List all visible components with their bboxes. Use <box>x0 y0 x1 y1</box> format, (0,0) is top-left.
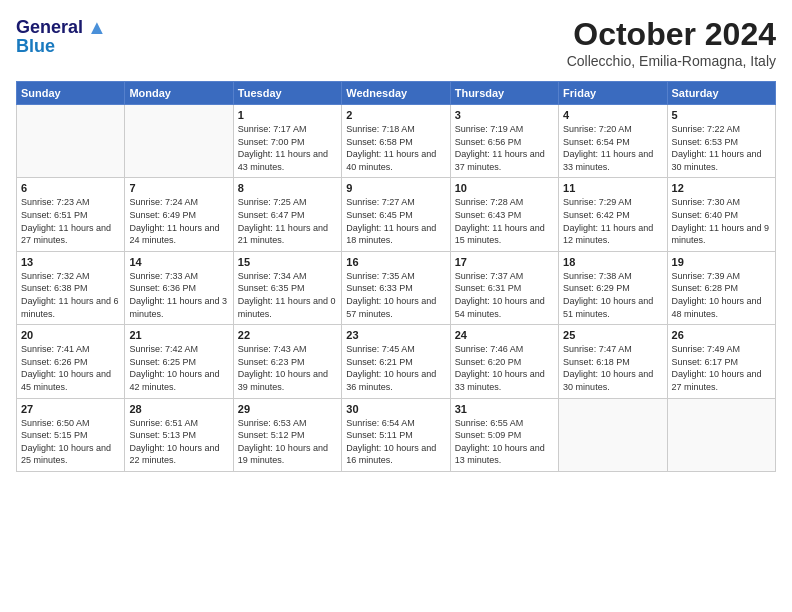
day-number: 11 <box>563 182 662 194</box>
logo: General ▲ Blue <box>16 16 107 57</box>
calendar-cell <box>559 398 667 471</box>
day-info: Sunrise: 6:54 AM Sunset: 5:11 PM Dayligh… <box>346 417 445 467</box>
calendar-cell: 25Sunrise: 7:47 AM Sunset: 6:18 PM Dayli… <box>559 325 667 398</box>
calendar-week-row: 6Sunrise: 7:23 AM Sunset: 6:51 PM Daylig… <box>17 178 776 251</box>
calendar-cell <box>125 105 233 178</box>
day-number: 29 <box>238 403 337 415</box>
day-info: Sunrise: 6:55 AM Sunset: 5:09 PM Dayligh… <box>455 417 554 467</box>
day-info: Sunrise: 7:19 AM Sunset: 6:56 PM Dayligh… <box>455 123 554 173</box>
calendar-cell: 15Sunrise: 7:34 AM Sunset: 6:35 PM Dayli… <box>233 251 341 324</box>
day-number: 3 <box>455 109 554 121</box>
day-number: 13 <box>21 256 120 268</box>
logo-general: General <box>16 18 83 38</box>
calendar-table: SundayMondayTuesdayWednesdayThursdayFrid… <box>16 81 776 472</box>
calendar-cell: 9Sunrise: 7:27 AM Sunset: 6:45 PM Daylig… <box>342 178 450 251</box>
day-info: Sunrise: 7:30 AM Sunset: 6:40 PM Dayligh… <box>672 196 771 246</box>
calendar-cell: 30Sunrise: 6:54 AM Sunset: 5:11 PM Dayli… <box>342 398 450 471</box>
day-number: 7 <box>129 182 228 194</box>
calendar-week-row: 27Sunrise: 6:50 AM Sunset: 5:15 PM Dayli… <box>17 398 776 471</box>
weekday-header-saturday: Saturday <box>667 82 775 105</box>
day-info: Sunrise: 7:46 AM Sunset: 6:20 PM Dayligh… <box>455 343 554 393</box>
weekday-header-thursday: Thursday <box>450 82 558 105</box>
page-header: General ▲ Blue October 2024 Collecchio, … <box>16 16 776 69</box>
day-number: 9 <box>346 182 445 194</box>
calendar-header-row: SundayMondayTuesdayWednesdayThursdayFrid… <box>17 82 776 105</box>
day-number: 2 <box>346 109 445 121</box>
day-number: 14 <box>129 256 228 268</box>
day-info: Sunrise: 7:32 AM Sunset: 6:38 PM Dayligh… <box>21 270 120 320</box>
day-number: 28 <box>129 403 228 415</box>
calendar-cell: 2Sunrise: 7:18 AM Sunset: 6:58 PM Daylig… <box>342 105 450 178</box>
calendar-cell: 17Sunrise: 7:37 AM Sunset: 6:31 PM Dayli… <box>450 251 558 324</box>
calendar-cell: 18Sunrise: 7:38 AM Sunset: 6:29 PM Dayli… <box>559 251 667 324</box>
day-number: 26 <box>672 329 771 341</box>
day-info: Sunrise: 7:18 AM Sunset: 6:58 PM Dayligh… <box>346 123 445 173</box>
day-number: 1 <box>238 109 337 121</box>
calendar-cell: 6Sunrise: 7:23 AM Sunset: 6:51 PM Daylig… <box>17 178 125 251</box>
calendar-cell: 22Sunrise: 7:43 AM Sunset: 6:23 PM Dayli… <box>233 325 341 398</box>
calendar-cell: 7Sunrise: 7:24 AM Sunset: 6:49 PM Daylig… <box>125 178 233 251</box>
day-number: 21 <box>129 329 228 341</box>
calendar-cell: 29Sunrise: 6:53 AM Sunset: 5:12 PM Dayli… <box>233 398 341 471</box>
calendar-cell: 28Sunrise: 6:51 AM Sunset: 5:13 PM Dayli… <box>125 398 233 471</box>
day-info: Sunrise: 7:43 AM Sunset: 6:23 PM Dayligh… <box>238 343 337 393</box>
day-info: Sunrise: 7:33 AM Sunset: 6:36 PM Dayligh… <box>129 270 228 320</box>
day-info: Sunrise: 7:39 AM Sunset: 6:28 PM Dayligh… <box>672 270 771 320</box>
day-number: 20 <box>21 329 120 341</box>
calendar-cell: 8Sunrise: 7:25 AM Sunset: 6:47 PM Daylig… <box>233 178 341 251</box>
day-number: 22 <box>238 329 337 341</box>
calendar-week-row: 20Sunrise: 7:41 AM Sunset: 6:26 PM Dayli… <box>17 325 776 398</box>
logo-blue: Blue <box>16 37 55 57</box>
weekday-header-tuesday: Tuesday <box>233 82 341 105</box>
calendar-cell <box>17 105 125 178</box>
weekday-header-monday: Monday <box>125 82 233 105</box>
month-title: October 2024 <box>567 16 776 53</box>
day-info: Sunrise: 7:37 AM Sunset: 6:31 PM Dayligh… <box>455 270 554 320</box>
calendar-cell: 31Sunrise: 6:55 AM Sunset: 5:09 PM Dayli… <box>450 398 558 471</box>
calendar-cell: 23Sunrise: 7:45 AM Sunset: 6:21 PM Dayli… <box>342 325 450 398</box>
calendar-cell: 24Sunrise: 7:46 AM Sunset: 6:20 PM Dayli… <box>450 325 558 398</box>
day-info: Sunrise: 7:27 AM Sunset: 6:45 PM Dayligh… <box>346 196 445 246</box>
calendar-cell: 5Sunrise: 7:22 AM Sunset: 6:53 PM Daylig… <box>667 105 775 178</box>
calendar-cell: 20Sunrise: 7:41 AM Sunset: 6:26 PM Dayli… <box>17 325 125 398</box>
weekday-header-wednesday: Wednesday <box>342 82 450 105</box>
calendar-cell: 10Sunrise: 7:28 AM Sunset: 6:43 PM Dayli… <box>450 178 558 251</box>
day-number: 16 <box>346 256 445 268</box>
day-number: 15 <box>238 256 337 268</box>
day-info: Sunrise: 7:17 AM Sunset: 7:00 PM Dayligh… <box>238 123 337 173</box>
day-info: Sunrise: 7:35 AM Sunset: 6:33 PM Dayligh… <box>346 270 445 320</box>
calendar-cell: 1Sunrise: 7:17 AM Sunset: 7:00 PM Daylig… <box>233 105 341 178</box>
day-info: Sunrise: 7:22 AM Sunset: 6:53 PM Dayligh… <box>672 123 771 173</box>
day-info: Sunrise: 7:29 AM Sunset: 6:42 PM Dayligh… <box>563 196 662 246</box>
day-info: Sunrise: 7:24 AM Sunset: 6:49 PM Dayligh… <box>129 196 228 246</box>
day-info: Sunrise: 6:50 AM Sunset: 5:15 PM Dayligh… <box>21 417 120 467</box>
day-number: 25 <box>563 329 662 341</box>
day-info: Sunrise: 7:34 AM Sunset: 6:35 PM Dayligh… <box>238 270 337 320</box>
day-info: Sunrise: 7:45 AM Sunset: 6:21 PM Dayligh… <box>346 343 445 393</box>
day-info: Sunrise: 7:28 AM Sunset: 6:43 PM Dayligh… <box>455 196 554 246</box>
calendar-cell: 19Sunrise: 7:39 AM Sunset: 6:28 PM Dayli… <box>667 251 775 324</box>
day-info: Sunrise: 7:38 AM Sunset: 6:29 PM Dayligh… <box>563 270 662 320</box>
calendar-cell: 27Sunrise: 6:50 AM Sunset: 5:15 PM Dayli… <box>17 398 125 471</box>
day-info: Sunrise: 6:53 AM Sunset: 5:12 PM Dayligh… <box>238 417 337 467</box>
calendar-cell: 4Sunrise: 7:20 AM Sunset: 6:54 PM Daylig… <box>559 105 667 178</box>
title-section: October 2024 Collecchio, Emilia-Romagna,… <box>567 16 776 69</box>
calendar-cell: 12Sunrise: 7:30 AM Sunset: 6:40 PM Dayli… <box>667 178 775 251</box>
day-info: Sunrise: 6:51 AM Sunset: 5:13 PM Dayligh… <box>129 417 228 467</box>
day-number: 19 <box>672 256 771 268</box>
calendar-cell: 13Sunrise: 7:32 AM Sunset: 6:38 PM Dayli… <box>17 251 125 324</box>
calendar-cell: 21Sunrise: 7:42 AM Sunset: 6:25 PM Dayli… <box>125 325 233 398</box>
calendar-cell: 11Sunrise: 7:29 AM Sunset: 6:42 PM Dayli… <box>559 178 667 251</box>
day-number: 12 <box>672 182 771 194</box>
weekday-header-friday: Friday <box>559 82 667 105</box>
day-info: Sunrise: 7:20 AM Sunset: 6:54 PM Dayligh… <box>563 123 662 173</box>
day-number: 17 <box>455 256 554 268</box>
day-number: 24 <box>455 329 554 341</box>
day-number: 31 <box>455 403 554 415</box>
location-title: Collecchio, Emilia-Romagna, Italy <box>567 53 776 69</box>
logo-bird-icon: ▲ <box>87 16 107 39</box>
day-number: 4 <box>563 109 662 121</box>
calendar-cell: 14Sunrise: 7:33 AM Sunset: 6:36 PM Dayli… <box>125 251 233 324</box>
day-number: 5 <box>672 109 771 121</box>
day-info: Sunrise: 7:49 AM Sunset: 6:17 PM Dayligh… <box>672 343 771 393</box>
